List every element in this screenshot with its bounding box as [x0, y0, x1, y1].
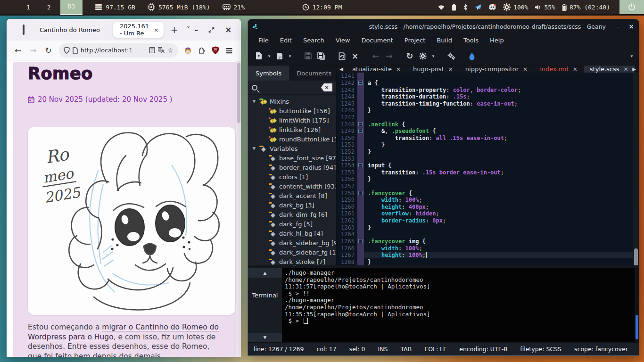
code-line-1263[interactable]: 1263} [337, 224, 639, 231]
editor-tab-index.md[interactable]: index.md× [534, 66, 584, 73]
symbol-item[interactable]: dark_dim_fg [6] [248, 210, 336, 219]
sketch-image[interactable]: Ro meo 2025 [28, 127, 235, 315]
back-button[interactable]: ← [10, 46, 25, 55]
reload-button[interactable]: ↻ [41, 46, 56, 55]
nav-forward-button[interactable]: → [383, 50, 395, 62]
code-line-1262[interactable]: 1262 border-radius: 8px; [337, 217, 639, 224]
msgwin-tabs-down[interactable]: ▼ [248, 333, 282, 342]
fold-marker-icon[interactable]: – [358, 191, 363, 195]
bookmark-star-icon[interactable]: ☆ [167, 47, 173, 54]
editor-tab-nippy-compositor[interactable]: nippy-compositor× [459, 66, 534, 73]
browser-scrollbar[interactable] [236, 61, 241, 357]
browser-tab-active[interactable]: 2025.161 - Um Re × [113, 22, 164, 38]
symbol-item[interactable]: border_radius [94] [248, 163, 336, 172]
terminal-scrollbar-thumb[interactable] [636, 315, 638, 339]
shield-icon[interactable] [64, 47, 70, 54]
save-all-button[interactable] [315, 50, 327, 62]
color-chooser-button[interactable] [466, 50, 478, 62]
code-line-1241[interactable]: 1241 [337, 73, 639, 80]
fold-marker-icon[interactable]: – [358, 129, 363, 133]
discord-icon[interactable] [488, 4, 496, 10]
symbol-group-mixins[interactable]: ▼Mixins [248, 97, 336, 106]
geany-minimize-button[interactable]: – [617, 23, 620, 30]
forward-button[interactable]: → [25, 46, 41, 55]
extensions-puzzle-icon[interactable] [198, 47, 206, 54]
code-line-1242[interactable]: 1242–a { [337, 80, 639, 87]
menu-help[interactable]: Help [485, 35, 509, 45]
terminal-tab[interactable]: Terminal [248, 292, 282, 299]
collapse-arrow-icon[interactable]: ▼ [252, 99, 256, 104]
code-line-1259[interactable]: 1259 width: 100%; [337, 197, 639, 204]
symbol-item[interactable]: limitWidth [175] [248, 115, 336, 125]
workspace-switcher[interactable]: 12D3 [19, 0, 83, 15]
editor-tab-close-icon[interactable]: × [523, 66, 528, 73]
symbol-item[interactable]: roundButtonLike [140] [248, 134, 336, 144]
code-line-1254[interactable]: 1254–input { [337, 162, 639, 169]
fold-marker-icon[interactable]: – [358, 163, 363, 167]
new-tab-button[interactable]: + [166, 25, 182, 35]
toolbar-overflow-dropdown[interactable]: ▾ [628, 54, 635, 58]
code-line-1264[interactable]: 1264 [337, 231, 639, 238]
code-line-1243[interactable]: 1243 transition-property: color, border-… [337, 86, 639, 93]
tab-list-dropdown[interactable]: ˅ [182, 25, 195, 34]
translate-icon[interactable] [158, 47, 165, 53]
nav-back-button[interactable]: ← [370, 50, 382, 62]
reader-view-icon[interactable] [149, 47, 155, 53]
userscript-extension-icon[interactable] [184, 46, 192, 54]
code-line-1260[interactable]: 1260 height: 400px; [337, 204, 639, 211]
menu-document[interactable]: Document [356, 35, 397, 45]
code-line-1245[interactable]: 1245 transition-timing-function: ease-in… [337, 100, 639, 107]
ublock-icon[interactable] [212, 46, 219, 54]
workspace-1[interactable]: 1 [19, 0, 38, 14]
code-line-1250[interactable]: 1250 transition: all .15s ease-in-out; [337, 134, 639, 141]
sidebar-tab-symbols[interactable]: Symbols [248, 66, 289, 81]
firefox-view-icon[interactable] [23, 25, 25, 35]
editor-tab-close-icon[interactable]: × [624, 66, 628, 73]
save-button[interactable] [302, 50, 314, 62]
collapse-arrow-icon[interactable]: ▼ [252, 146, 256, 151]
fold-marker-icon[interactable]: – [358, 81, 363, 85]
open-file-dropdown[interactable]: ▾ [287, 54, 293, 58]
wifi-icon[interactable] [438, 4, 445, 10]
editor-tab-style.scss[interactable]: style.scss× [584, 66, 635, 73]
terminal-scrollbar[interactable] [635, 268, 639, 342]
geany-close-button[interactable]: × [628, 23, 634, 30]
editor-tab-hugo-post[interactable]: hugo-post× [407, 66, 459, 73]
menu-tools[interactable]: Tools [459, 35, 483, 45]
browser-tab-inactive[interactable]: Cantinho do Romeo [32, 26, 107, 33]
symbol-item[interactable]: buttonLike [156] [248, 106, 336, 115]
symbol-item[interactable]: dark_sidebar_fg [10] [248, 247, 336, 257]
code-line-1257[interactable]: 1257 [337, 183, 639, 190]
code-line-1261[interactable]: 1261 overflow: hidden; [337, 210, 639, 217]
build-button[interactable] [417, 50, 429, 62]
workspace-d3[interactable]: D3 [60, 0, 83, 15]
sidebar-tab-documents[interactable]: Documents [289, 66, 339, 81]
terminal[interactable]: ./hugo-manager/home/rapoelho/Projetos/ca… [282, 268, 639, 342]
menu-edit[interactable]: Edit [275, 35, 297, 45]
tabs-scroll-left[interactable]: ◀ [337, 66, 346, 73]
symbol-item[interactable]: dark_accent [8] [248, 191, 336, 200]
fold-marker-icon[interactable]: – [358, 239, 363, 243]
code-line-1247[interactable]: 1247 [337, 114, 639, 121]
workspace-2[interactable]: 2 [40, 0, 58, 14]
code-line-1251[interactable]: 1251 } [337, 141, 639, 148]
new-file-button[interactable] [253, 50, 265, 62]
code-line-1253[interactable]: 1253 [337, 155, 639, 162]
revert-button[interactable] [336, 50, 348, 62]
power-button[interactable] [619, 0, 644, 14]
editor-tab-close-icon[interactable]: × [396, 66, 401, 73]
execute-button[interactable] [445, 50, 457, 62]
code-line-1248[interactable]: 1248–.nerdlink { [337, 121, 639, 128]
code-line-1267[interactable]: 1267 height: 100%; [337, 252, 639, 259]
menu-project[interactable]: Project [400, 35, 430, 45]
editor-tab-close-icon[interactable]: × [448, 66, 453, 73]
menu-search[interactable]: Search [298, 35, 329, 45]
symbol-item[interactable]: linkLike [126] [248, 125, 336, 134]
code-line-1256[interactable]: 1256} [337, 176, 639, 183]
page-info-icon[interactable] [73, 47, 78, 54]
new-file-dropdown[interactable]: ▾ [266, 54, 272, 58]
editor-tab-close-icon[interactable]: × [573, 66, 578, 73]
code-editor[interactable]: 12411242–a {1243 transition-property: co… [337, 73, 639, 272]
code-line-1258[interactable]: 1258–.fancycover { [337, 189, 639, 197]
symbol-item[interactable]: content_width [93] [248, 181, 336, 191]
